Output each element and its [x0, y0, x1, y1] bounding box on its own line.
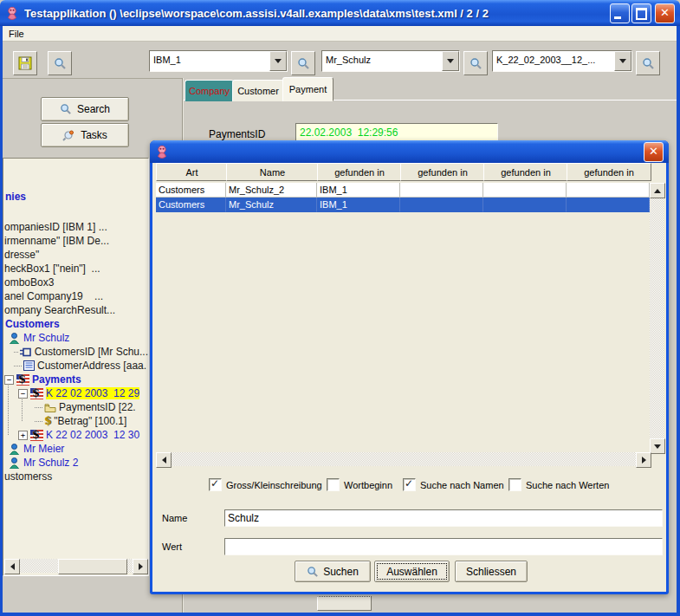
expand-icon[interactable]: + [18, 431, 28, 440]
tree-item[interactable]: − $ Payments [3, 373, 148, 386]
chevron-down-icon[interactable] [269, 51, 287, 71]
tree-item[interactable]: Customers [3, 317, 148, 331]
tab-customer[interactable]: Customer [232, 80, 284, 101]
tree-item[interactable]: ustomerss [3, 470, 148, 483]
collapse-icon[interactable]: − [4, 375, 14, 385]
schliessen-button[interactable]: Schliessen [455, 561, 528, 582]
close-button[interactable] [655, 3, 675, 23]
wert-input[interactable] [224, 538, 663, 555]
application-window: Testapplikation () \eclipse\worspace\com… [0, 0, 680, 616]
search-button[interactable]: Search [41, 97, 129, 121]
auswaehlen-button[interactable]: Auswählen [374, 561, 450, 582]
checkbox-label: Wortbeginn [344, 480, 392, 490]
customer-combobox-value: Mr_Schulz [322, 51, 442, 71]
paymentsid-value-field[interactable]: 22.02.2003 12:29:56 [295, 123, 498, 142]
customer-combobox[interactable]: Mr_Schulz [321, 50, 460, 72]
tree-item[interactable]: CustomerAddress [aaa. [3, 359, 148, 373]
scroll-left-icon[interactable] [156, 452, 172, 468]
column-header[interactable]: gefunden in [317, 163, 402, 181]
tree-item[interactable]: $ "Betrag" [100.1] [3, 414, 148, 428]
navigation-tree: nies ompaniesID [IBM 1] ... irmenname" [… [3, 158, 149, 576]
paymentsid-label: PaymentsID [209, 128, 265, 140]
app-icon [5, 6, 19, 20]
column-header[interactable]: gefunden in [483, 163, 568, 181]
suchen-button[interactable]: Suchen [295, 561, 371, 582]
tree-item[interactable]: irmenname" [IBM De... [3, 234, 148, 248]
magnifier-icon [307, 566, 319, 578]
table-vscrollbar[interactable] [650, 183, 664, 452]
scroll-right-icon[interactable] [636, 452, 651, 468]
folder-icon [44, 403, 56, 412]
save-button[interactable] [13, 51, 37, 75]
maximize-button[interactable] [631, 3, 651, 23]
checkbox-word-start[interactable]: Wortbeginn [327, 478, 392, 491]
window-border-bottom [0, 613, 680, 616]
plug-icon [20, 347, 32, 357]
dialog-close-button[interactable] [644, 142, 664, 162]
table-cell [567, 198, 650, 212]
tasks-button-label: Tasks [81, 129, 107, 141]
tasks-icon [62, 129, 75, 141]
tree-item[interactable]: PaymentsID [22. [3, 400, 148, 414]
search-toolbar-button[interactable] [48, 51, 72, 75]
dollar-flag-icon: $ [16, 374, 29, 386]
table-cell [400, 183, 483, 198]
column-header[interactable]: Art [156, 163, 228, 181]
tree-item[interactable]: heckBox1 ["nein"] ... [3, 262, 148, 276]
tasks-button[interactable]: Tasks [41, 123, 129, 147]
payment-search-button[interactable] [636, 51, 660, 75]
scroll-down-icon[interactable] [650, 438, 665, 454]
schliessen-button-label: Schliessen [466, 566, 516, 578]
tree-item[interactable]: dresse" [3, 248, 148, 262]
tree-item-selected[interactable]: − $ K 22 02 2003 12 29 [3, 386, 148, 400]
name-input[interactable] [224, 509, 663, 527]
name-label: Name [162, 513, 187, 523]
tree-item[interactable]: ompaniesID [IBM 1] ... [3, 220, 148, 234]
magnifier-icon [297, 57, 310, 70]
company-combobox[interactable]: IBM_1 [149, 50, 288, 72]
app-icon [155, 145, 169, 159]
tree-item[interactable]: + $ K 22 02 2003 12 30 [3, 428, 148, 442]
titlebar[interactable]: Testapplikation () \eclipse\worspace\com… [0, 0, 680, 26]
checkbox-search-values[interactable]: Suche nach Werten [508, 478, 609, 491]
tree-item[interactable]: Mr Meier [3, 442, 148, 456]
tree-item[interactable]: Mr Schulz 2 [3, 456, 148, 470]
tree-item[interactable]: ompany SearchResult... [3, 303, 148, 317]
tree-item[interactable]: Mr Schulz [3, 331, 148, 345]
checkbox-label: Gross/Kleinschreibung [226, 480, 322, 490]
tab-company[interactable]: Company [185, 80, 234, 101]
tree-item[interactable]: anel Company19 ... [3, 289, 148, 303]
dialog-titlebar[interactable] [150, 140, 669, 163]
customer-search-button[interactable] [463, 51, 488, 75]
column-header[interactable]: gefunden in [567, 163, 651, 181]
dollar-icon: $ [44, 415, 51, 427]
scrollbar-thumb[interactable] [58, 559, 127, 574]
column-header[interactable]: gefunden in [400, 163, 485, 181]
chevron-down-icon[interactable] [614, 51, 631, 71]
table-cell: IBM_1 [317, 198, 400, 212]
table-hscrollbar[interactable] [156, 452, 650, 466]
checkbox-case-sensitive[interactable]: Gross/Kleinschreibung [209, 478, 322, 491]
window-border-right [677, 26, 680, 616]
payment-combobox-value: K_22_02_2003__12_... [493, 51, 614, 71]
scroll-up-icon[interactable] [650, 183, 665, 198]
scroll-left-icon[interactable] [4, 559, 20, 574]
tree-item[interactable]: omboBox3 [3, 276, 148, 289]
tab-payment[interactable]: Payment [282, 77, 334, 101]
column-header[interactable]: Name [226, 163, 319, 181]
table-cell [483, 198, 567, 212]
payment-combobox[interactable]: K_22_02_2003__12_... [492, 50, 632, 72]
table-cell: Customers [156, 198, 226, 212]
tree-hscrollbar[interactable] [4, 559, 146, 573]
company-search-button[interactable] [291, 51, 315, 75]
collapse-icon[interactable]: − [18, 389, 28, 399]
tree-item[interactable]: nies [3, 190, 148, 204]
checkbox-search-names[interactable]: Suche nach Namen [403, 478, 504, 491]
hidden-partial-button[interactable] [317, 596, 372, 611]
minimize-button[interactable] [610, 3, 630, 23]
scroll-right-icon[interactable] [133, 559, 148, 574]
chevron-down-icon[interactable] [442, 51, 459, 71]
search-button-label: Search [77, 103, 110, 115]
menu-file[interactable]: File [3, 28, 30, 40]
tree-item[interactable]: CustomersID [Mr Schu... [3, 345, 148, 359]
